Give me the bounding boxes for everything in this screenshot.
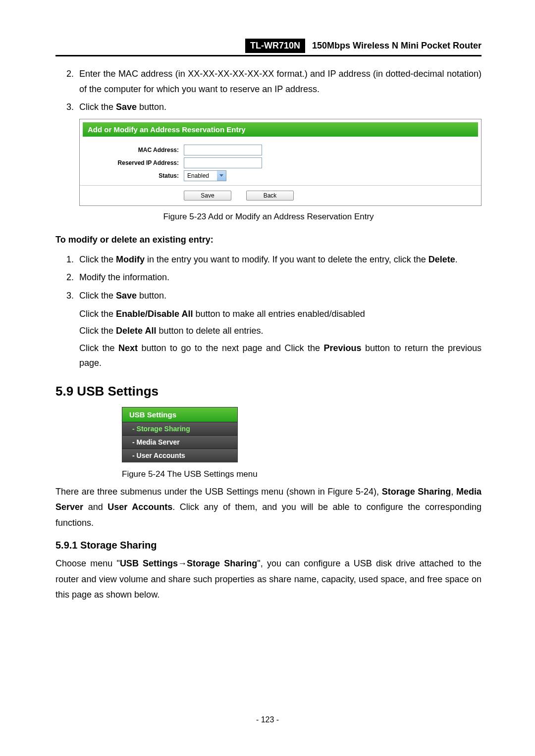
step-2: Enter the MAC address (in XX-XX-XX-XX-XX…	[76, 66, 482, 97]
figure-5-23-box: Add or Modify an Address Reservation Ent…	[79, 119, 482, 206]
usb-menu-user-accounts[interactable]: - User Accounts	[122, 449, 237, 462]
extra-p1: Click the Enable/Disable All button to m…	[79, 306, 482, 322]
fig23-caption: Figure 5-23 Add or Modify an Address Res…	[55, 212, 482, 222]
section-5-9: 5.9 USB Settings	[55, 384, 482, 399]
extra-p2: Click the Delete All button to delete al…	[79, 323, 482, 339]
fig24-caption: Figure 5-24 The USB Settings menu	[122, 469, 482, 479]
mac-input[interactable]	[184, 145, 262, 155]
usb-menu-media-server[interactable]: - Media Server	[122, 435, 237, 449]
mac-label: MAC Address:	[80, 147, 184, 153]
usb-menu-storage-sharing[interactable]: - Storage Sharing	[122, 422, 237, 435]
status-select[interactable]: Enabled	[184, 170, 226, 181]
status-label: Status:	[80, 172, 184, 179]
back-button[interactable]: Back	[246, 191, 294, 201]
header-model: TL-WR710N	[245, 39, 305, 53]
body-paragraph-1: There are three submenus under the USB S…	[55, 484, 482, 531]
fig23-title: Add or Modify an Address Reservation Ent…	[83, 122, 478, 137]
body-paragraph-2: Choose menu "USB Settings→Storage Sharin…	[55, 556, 482, 603]
steps-list-b: Click the Modify in the entry you want t…	[55, 252, 482, 303]
fig23-form: MAC Address: Reserved IP Address: Status…	[80, 140, 481, 186]
step-3: Click the Save button.	[76, 100, 482, 115]
section-5-9-1: 5.9.1 Storage Sharing	[55, 540, 482, 551]
usb-menu-head: USB Settings	[122, 407, 237, 422]
ip-input[interactable]	[184, 157, 262, 168]
save-button[interactable]: Save	[184, 191, 231, 201]
step-b3: Click the Save button.	[76, 288, 482, 303]
ip-label: Reserved IP Address:	[80, 159, 184, 166]
page-number: - 123 -	[0, 715, 535, 724]
status-select-value: Enabled	[184, 172, 217, 179]
step-b2: Modify the information.	[76, 270, 482, 285]
steps-list-a: Enter the MAC address (in XX-XX-XX-XX-XX…	[55, 66, 482, 115]
chevron-down-icon	[217, 171, 226, 181]
usb-menu-figure: USB Settings - Storage Sharing - Media S…	[122, 407, 238, 462]
subhead-modify-delete: To modify or delete an existing entry:	[55, 235, 482, 245]
header-tagline: 150Mbps Wireless N Mini Pocket Router	[305, 39, 482, 53]
step-b1: Click the Modify in the entry you want t…	[76, 252, 482, 267]
page-header: TL-WR710N 150Mbps Wireless N Mini Pocket…	[55, 39, 482, 56]
extra-p3: Click the Next button to go to the next …	[79, 341, 482, 371]
